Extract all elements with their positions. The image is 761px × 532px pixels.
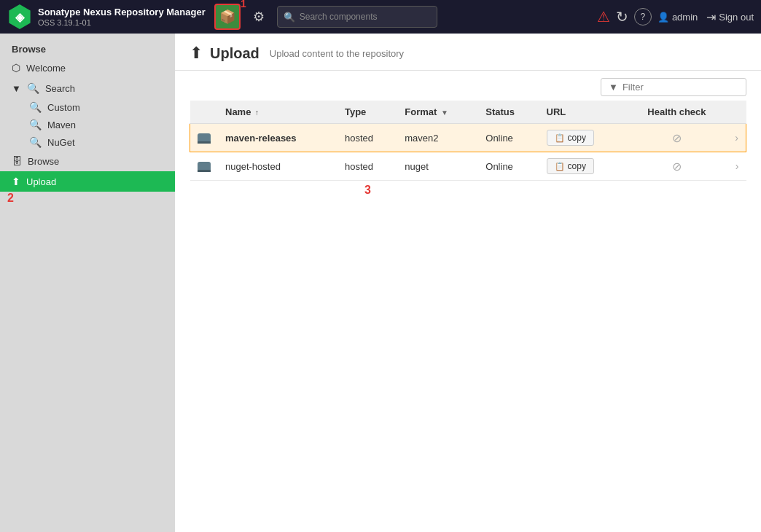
repositories-table-container: Name ↑ Type Format ▼ Status [175,101,761,532]
col-icon [190,101,219,124]
search-sub-icon: 🔍 [29,136,42,148]
upload-icon: ⬆ [12,176,20,187]
annotation-2: 2 [0,192,175,205]
sidebar-item-label: Browse [28,156,59,167]
copy-label: copy [568,133,586,143]
page-header: ⬆ Upload Upload content to the repositor… [175,34,761,71]
col-type-header: Type [337,101,397,124]
row-health: ⊘ [626,152,728,181]
row-status: Online [478,124,539,152]
row-db-icon [190,152,219,181]
upload-nav-icon: 📦 [219,9,235,25]
search-icon: 🔍 [284,12,295,23]
row-status: Online [478,152,539,181]
row-url: 📋 copy [539,152,626,181]
copy-icon: 📋 [555,133,565,143]
sidebar-item-custom[interactable]: 🔍 Custom [23,98,175,116]
triangle-icon: ▼ [12,83,21,94]
annotation-1: 1 [241,0,246,9]
app-title-block: Sonatype Nexus Repository Manager OSS 3.… [38,7,206,27]
page-subtitle: Upload content to the repository [270,48,404,59]
main-content: ⬆ Upload Upload content to the repositor… [175,34,761,532]
sidebar-item-label: Welcome [26,63,66,74]
navbar: ◈ Sonatype Nexus Repository Manager OSS … [0,0,761,34]
table-row[interactable]: maven-releases hosted maven2 Online 📋 co… [190,124,746,152]
col-arrow-header [727,101,746,124]
table-row[interactable]: nuget-hosted hosted nuget Online 📋 copy … [190,152,746,181]
filter-input-container[interactable]: ▼ [601,78,746,96]
row-health: ⊘ [626,124,728,152]
row-format: maven2 [397,124,478,152]
database-icon: 🗄 [12,155,22,167]
signout-label: Sign out [719,12,754,23]
app-version: OSS 3.19.1-01 [38,18,206,27]
page-upload-icon: ⬆ [190,44,203,63]
search-sub-icon: 🔍 [29,101,42,113]
logo-icon: ◈ [7,4,32,29]
col-health-header: Health check [626,101,728,124]
annotation-3: 3 [190,184,746,197]
search-sub-icon: 🔍 [29,119,42,130]
sidebar-search-sub: 🔍 Custom 🔍 Maven 🔍 NuGet [0,98,175,151]
alert-icon[interactable]: ⚠ [597,8,610,26]
copy-label: copy [568,161,586,171]
user-menu[interactable]: 👤 admin [657,12,698,23]
sidebar-item-browse[interactable]: 🗄 Browse [0,151,175,171]
search-input[interactable] [300,12,431,22]
sidebar-item-label: Maven [47,120,76,130]
search-icon: 🔍 [27,82,39,94]
row-format: nuget [397,152,478,181]
user-icon: 👤 [657,12,669,23]
row-type: hosted [337,124,397,152]
sidebar-item-label: Search [45,83,75,94]
copy-icon: 📋 [555,162,565,171]
copy-url-button[interactable]: 📋 copy [547,130,594,146]
signout-icon: ⇥ [706,10,716,24]
username: admin [672,12,698,23]
col-name-header[interactable]: Name ↑ [218,101,337,124]
hexagon-icon: ⬡ [12,62,20,74]
search-bar[interactable]: 🔍 [277,6,437,28]
help-icon[interactable]: ? [634,8,652,26]
layout: Browse ⬡ Welcome ▼ 🔍 Search 🔍 Custom 🔍 M… [0,34,761,532]
row-url: 📋 copy [539,124,626,152]
sidebar-item-label: NuGet [47,137,75,148]
row-name: maven-releases [218,124,337,152]
filter-icon: ▼ [609,82,618,93]
copy-url-button[interactable]: 📋 copy [547,158,594,174]
gear-icon: ⚙ [253,9,265,25]
sidebar-item-welcome[interactable]: ⬡ Welcome [0,58,175,78]
sidebar-item-upload[interactable]: ⬆ Upload [0,171,175,192]
table-header-row: Name ↑ Type Format ▼ Status [190,101,746,124]
sidebar-item-label: Upload [26,176,56,187]
col-status-header: Status [478,101,539,124]
refresh-icon[interactable]: ↻ [616,8,628,26]
sidebar-item-label: Custom [47,102,80,113]
page-title: Upload [210,45,259,62]
signout-button[interactable]: ⇥ Sign out [706,10,754,24]
col-format-header[interactable]: Format ▼ [397,101,478,124]
upload-nav-button[interactable]: 📦 1 [214,4,241,30]
sort-asc-icon: ↑ [255,109,259,117]
sidebar-item-nuget[interactable]: 🔍 NuGet [23,133,175,151]
row-arrow[interactable]: › [727,124,746,152]
row-name: nuget-hosted [218,152,337,181]
sidebar-item-maven[interactable]: 🔍 Maven [23,116,175,133]
filter-bar: ▼ [175,71,761,101]
sidebar: Browse ⬡ Welcome ▼ 🔍 Search 🔍 Custom 🔍 M… [0,34,175,532]
logo: ◈ Sonatype Nexus Repository Manager OSS … [7,4,206,29]
sidebar-browse-label: Browse [0,39,175,58]
row-type: hosted [337,152,397,181]
row-arrow[interactable]: › [727,152,746,181]
filter-input[interactable] [623,82,738,93]
repositories-table: Name ↑ Type Format ▼ Status [190,101,746,181]
col-url-header: URL [539,101,626,124]
settings-button[interactable]: ⚙ [246,4,271,29]
row-db-icon [190,124,219,152]
app-title: Sonatype Nexus Repository Manager [38,7,206,18]
format-filter-icon: ▼ [441,109,448,117]
sidebar-item-search[interactable]: ▼ 🔍 Search [0,78,175,98]
